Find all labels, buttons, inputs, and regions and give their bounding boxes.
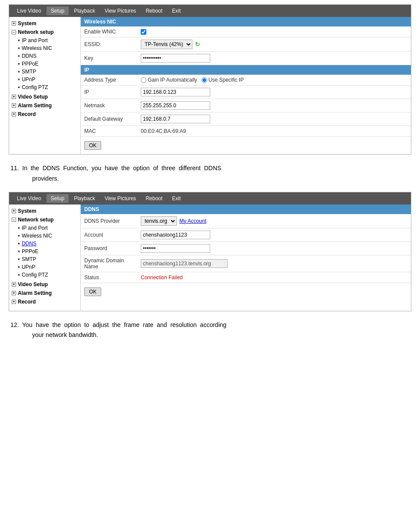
nav-setup-1[interactable]: Setup — [46, 7, 69, 15]
nav-view-pictures-2[interactable]: View Pictures — [100, 194, 140, 203]
sidebar-item-upnp-2[interactable]: UPnP — [18, 263, 78, 271]
ok-button-2[interactable]: OK — [84, 287, 101, 296]
dynamic-domain-input — [141, 259, 228, 268]
sidebar-item-upnp-1[interactable]: UPnP — [18, 76, 78, 83]
nav-exit-2[interactable]: Exit — [168, 194, 185, 203]
main-content-1: Wireless NIC Enable WNIC ESSID: — [81, 17, 411, 154]
netmask-input[interactable] — [141, 101, 210, 110]
sidebar-alarm-label-2: Alarm Setting — [18, 290, 52, 296]
key-label: Key — [81, 52, 137, 65]
account-input[interactable] — [141, 231, 210, 239]
sidebar-item-pppoe-2[interactable]: PPPoE — [18, 248, 78, 255]
expand-icon-alarm-2: + — [12, 291, 16, 295]
nav-reboot-1[interactable]: Reboot — [141, 7, 167, 15]
nav-exit-1[interactable]: Exit — [168, 7, 185, 15]
ddns-provider-select[interactable]: tenvis.org — [141, 216, 177, 226]
sidebar-section-network-2: - Network setup IP and Port Wireless NIC… — [12, 217, 78, 279]
ddns-provider-label: DDNS Provider — [81, 214, 137, 228]
wireless-nic-table: Enable WNIC ESSID: TP-Tenvis ( — [81, 26, 411, 65]
ip-table: Address Type Gain IP Automatically Use S… — [81, 75, 411, 137]
netmask-label: Netmask — [81, 99, 137, 112]
ok-button-1[interactable]: OK — [84, 141, 101, 150]
sidebar-item-smtp-2[interactable]: SMTP — [18, 255, 78, 263]
nav-playback-1[interactable]: Playback — [69, 7, 99, 15]
sidebar-item-ddns-2[interactable]: DDNS — [18, 240, 78, 248]
sidebar-section-alarm-2: + Alarm Setting — [12, 290, 78, 296]
ip-input[interactable] — [141, 88, 210, 96]
nav-playback-2[interactable]: Playback — [69, 194, 99, 203]
mac-label: MAC — [81, 126, 137, 137]
sidebar-item-config-ptz-1[interactable]: Config PTZ — [18, 83, 78, 91]
sidebar-network-label-1: Network setup — [18, 29, 54, 35]
sidebar-system-header-1[interactable]: + System — [12, 20, 78, 26]
sidebar-record-header-1[interactable]: + Record — [12, 111, 78, 117]
table-row: Default Gateway — [81, 112, 411, 126]
refresh-icon[interactable]: ↻ — [195, 41, 200, 48]
sidebar-video-label-2: Video Setup — [18, 281, 48, 287]
expand-icon-video-1: + — [12, 95, 16, 99]
essid-select[interactable]: TP-Tenvis (42%) — [141, 40, 192, 49]
dynamic-domain-value — [137, 255, 411, 272]
enable-wnic-value — [137, 26, 411, 37]
sidebar-network-header-2[interactable]: - Network setup — [12, 217, 78, 223]
sidebar-alarm-header-2[interactable]: + Alarm Setting — [12, 290, 78, 296]
password-input[interactable] — [141, 244, 210, 253]
sidebar-item-config-ptz-2[interactable]: Config PTZ — [18, 271, 78, 279]
expand-icon-video-2: + — [12, 282, 16, 287]
my-account-link[interactable]: My Account — [179, 218, 206, 224]
dynamic-domain-label: Dynamic DomainName — [81, 255, 137, 272]
sidebar-2: + System - Network setup IP and Port Wir… — [9, 205, 81, 311]
sidebar-system-header-2[interactable]: + System — [12, 208, 78, 214]
sidebar-system-label-1: System — [18, 20, 36, 26]
sidebar-item-ip-port-1[interactable]: IP and Port — [18, 36, 78, 44]
sidebar-section-record-1: + Record — [12, 111, 78, 117]
ip-value — [137, 86, 411, 99]
sidebar-record-label-1: Record — [18, 111, 36, 117]
sidebar-record-label-2: Record — [18, 299, 36, 305]
table-row: Key — [81, 52, 411, 65]
sidebar-video-header-1[interactable]: + Video Setup — [12, 94, 78, 100]
sidebar-alarm-header-1[interactable]: + Alarm Setting — [12, 102, 78, 109]
radio-use-specific[interactable] — [202, 77, 207, 83]
wireless-nic-header: Wireless NIC — [81, 17, 411, 26]
sidebar-section-video-2: + Video Setup — [12, 281, 78, 287]
ddns-panel: Live Video Setup Playback View Pictures … — [9, 192, 411, 311]
table-row: Enable WNIC — [81, 26, 411, 37]
sidebar-1: + System - Network setup IP and Port Wir… — [9, 17, 81, 154]
radio-gain-ip-label[interactable]: Gain IP Automatically — [141, 77, 197, 83]
nav-view-pictures-1[interactable]: View Pictures — [100, 7, 140, 15]
expand-icon-system-1: + — [12, 21, 16, 26]
gateway-value — [137, 112, 411, 126]
radio-gain-ip[interactable] — [141, 77, 146, 83]
essid-label: ESSID: — [81, 37, 137, 52]
sidebar-section-record-2: + Record — [12, 299, 78, 305]
expand-icon-record-1: + — [12, 112, 16, 116]
enable-wnic-checkbox[interactable] — [141, 29, 146, 35]
gateway-input[interactable] — [141, 115, 210, 123]
table-row: DDNS Provider tenvis.org My Account — [81, 214, 411, 228]
sidebar-item-smtp-1[interactable]: SMTP — [18, 68, 78, 76]
radio-use-specific-label[interactable]: Use Specific IP — [202, 77, 244, 83]
nav-live-video-2[interactable]: Live Video — [13, 194, 46, 203]
sidebar-item-wireless-nic-2[interactable]: Wireless NIC — [18, 232, 78, 240]
sidebar-video-header-2[interactable]: + Video Setup — [12, 281, 78, 287]
ok-button-row-2: OK — [81, 283, 411, 300]
table-row: Status Connection Failed — [81, 272, 411, 283]
ip-header: IP — [81, 65, 411, 75]
sidebar-record-header-2[interactable]: + Record — [12, 299, 78, 305]
table-row: IP — [81, 86, 411, 99]
paragraph-11: 11. In the DDNS Function, you have the o… — [9, 163, 411, 184]
sidebar-item-ip-port-2[interactable]: IP and Port — [18, 224, 78, 232]
sidebar-network-header-1[interactable]: - Network setup — [12, 29, 78, 35]
sidebar-item-pppoe-1[interactable]: PPPoE — [18, 60, 78, 68]
sidebar-item-wireless-nic-1[interactable]: Wireless NIC — [18, 44, 78, 52]
table-row: MAC 00:E0:4C:BA:69:A9 — [81, 126, 411, 137]
expand-icon-system-2: + — [12, 209, 16, 213]
nav-reboot-2[interactable]: Reboot — [141, 194, 167, 203]
nav-setup-2[interactable]: Setup — [46, 194, 69, 203]
nav-live-video-1[interactable]: Live Video — [13, 7, 46, 15]
key-input[interactable] — [141, 54, 210, 63]
sidebar-item-ddns-1[interactable]: DDNS — [18, 52, 78, 60]
address-type-value: Gain IP Automatically Use Specific IP — [137, 75, 411, 86]
table-row: Netmask — [81, 99, 411, 112]
